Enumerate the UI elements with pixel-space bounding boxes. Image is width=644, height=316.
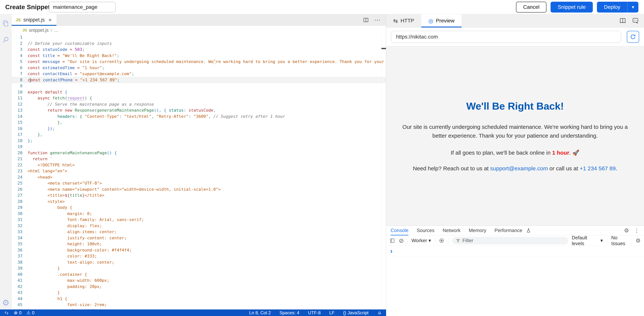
- line-number[interactable]: 8: [12, 77, 28, 83]
- discord-chat-icon[interactable]: [632, 17, 639, 25]
- line-number[interactable]: 30: [12, 211, 28, 217]
- url-input[interactable]: [391, 31, 621, 43]
- devtools-settings-gear-icon[interactable]: ⚙: [624, 227, 629, 234]
- code-line-28[interactable]: 28 <style>: [12, 199, 386, 205]
- code-line-43[interactable]: 43 }: [12, 290, 386, 296]
- devtools-kebab-menu-icon[interactable]: ⋮: [634, 227, 640, 234]
- devtools-tab-console[interactable]: Console: [390, 226, 408, 235]
- console-sidebar-toggle-icon[interactable]: [390, 238, 395, 243]
- code-line-39[interactable]: 39 }: [12, 265, 386, 271]
- breadcrumb-file[interactable]: snippet.js: [29, 28, 48, 33]
- line-number[interactable]: 15: [12, 120, 28, 126]
- code-line-12[interactable]: 12 // Serve the maintenance page as a re…: [12, 101, 386, 108]
- line-number[interactable]: 3: [12, 47, 28, 53]
- code-line-4[interactable]: 4const title = "We'll Be Right Back!";: [12, 53, 386, 59]
- line-number[interactable]: 37: [12, 253, 28, 259]
- console-filter[interactable]: [452, 237, 568, 244]
- breadcrumb-symbol[interactable]: …: [54, 28, 59, 33]
- line-number[interactable]: 7: [12, 71, 28, 77]
- warnings-indicator[interactable]: ⚠ 0: [26, 310, 34, 315]
- line-number[interactable]: 45: [12, 302, 28, 308]
- support-email-link[interactable]: support@example.com: [490, 165, 548, 171]
- code-line-33[interactable]: 33 align-items: center;: [12, 229, 386, 235]
- code-line-36[interactable]: 36 background-color: #f4f4f4;: [12, 247, 386, 253]
- line-number[interactable]: 12: [12, 101, 28, 108]
- code-line-5[interactable]: 5const message = "Our site is currently …: [12, 59, 386, 65]
- notifications-bell-icon[interactable]: [377, 310, 382, 315]
- code-line-35[interactable]: 35 height: 100vh;: [12, 241, 386, 247]
- line-number[interactable]: 38: [12, 259, 28, 265]
- code-line-34[interactable]: 34 justify-content: center;: [12, 235, 386, 241]
- code-line-7[interactable]: 7const contactEmail = "support@example.c…: [12, 71, 386, 77]
- settings-gear-icon[interactable]: ⚙: [0, 298, 12, 307]
- code-line-22[interactable]: 22 <!DOCTYPE html>: [12, 162, 386, 168]
- line-number[interactable]: 16: [12, 126, 28, 132]
- line-number[interactable]: 26: [12, 186, 28, 193]
- deploy-dropdown-button[interactable]: ▾: [628, 2, 638, 13]
- remote-indicator-icon[interactable]: [4, 310, 9, 315]
- clear-console-icon[interactable]: ⊘: [399, 237, 404, 244]
- tab-http[interactable]: ⇆ HTTP: [386, 14, 421, 27]
- line-number[interactable]: 42: [12, 284, 28, 290]
- line-number[interactable]: 35: [12, 241, 28, 247]
- code-line-14[interactable]: 14 headers: { "Content-Type": "text/html…: [12, 114, 386, 120]
- code-line-20[interactable]: 20function generateMaintenancePage() {: [12, 150, 386, 156]
- line-number[interactable]: 44: [12, 296, 28, 302]
- line-number[interactable]: 33: [12, 229, 28, 235]
- code-line-1[interactable]: 1: [12, 35, 386, 41]
- refresh-button[interactable]: [627, 31, 639, 43]
- line-number[interactable]: 31: [12, 217, 28, 223]
- code-line-45[interactable]: 45 font-size: 2rem;: [12, 302, 386, 308]
- line-number[interactable]: 34: [12, 235, 28, 241]
- line-number[interactable]: 6: [12, 65, 28, 71]
- line-number[interactable]: 2: [12, 41, 28, 47]
- encoding[interactable]: UTF-8: [308, 310, 321, 315]
- code-line-29[interactable]: 29 body {: [12, 205, 386, 211]
- code-line-37[interactable]: 37 color: #333;: [12, 253, 386, 259]
- line-number[interactable]: 14: [12, 114, 28, 120]
- code-editor[interactable]: 12// Define your customizable inputs3con…: [12, 35, 386, 309]
- line-number[interactable]: 21: [12, 156, 28, 162]
- execution-context-selector[interactable]: Worker ▾: [412, 238, 431, 243]
- code-line-10[interactable]: 10export default {: [12, 89, 386, 95]
- line-number[interactable]: 13: [12, 107, 28, 114]
- code-line-15[interactable]: 15 },: [12, 120, 386, 126]
- code-line-19[interactable]: 19: [12, 144, 386, 150]
- tab-preview[interactable]: ◎ Preview: [421, 14, 462, 27]
- language-mode[interactable]: {} JavaScript: [343, 310, 368, 315]
- code-line-13[interactable]: 13 return new Response(generateMaintenan…: [12, 107, 386, 114]
- line-number[interactable]: 9: [12, 83, 28, 89]
- files-icon[interactable]: [0, 20, 12, 27]
- search-icon[interactable]: [0, 36, 12, 44]
- code-line-2[interactable]: 2// Define your customizable inputs: [12, 41, 386, 47]
- code-line-27[interactable]: 27 <title>${title}</title>: [12, 192, 386, 199]
- code-line-16[interactable]: 16 });: [12, 126, 386, 132]
- devtools-tab-network[interactable]: Network: [443, 226, 460, 235]
- line-number[interactable]: 23: [12, 168, 28, 174]
- line-number[interactable]: 11: [12, 95, 28, 101]
- devtools-tab-sources[interactable]: Sources: [416, 226, 434, 235]
- code-line-32[interactable]: 32 display: flex;: [12, 223, 386, 229]
- line-number[interactable]: 20: [12, 150, 28, 156]
- deploy-button[interactable]: Deploy: [597, 2, 627, 13]
- eol-sequence[interactable]: LF: [329, 310, 334, 315]
- code-line-6[interactable]: 6const estimatedTime = "1 hour";: [12, 65, 386, 71]
- devtools-tab-memory[interactable]: Memory: [469, 226, 486, 235]
- code-line-8[interactable]: 8const contactPhone = "+1 234 567 89";: [12, 77, 386, 83]
- errors-indicator[interactable]: ⊗ 0: [14, 310, 22, 315]
- code-line-38[interactable]: 38 text-align: center;: [12, 259, 386, 265]
- code-line-26[interactable]: 26 <meta name="viewport" content="width=…: [12, 186, 386, 193]
- code-line-25[interactable]: 25 <meta charset="UTF-8">: [12, 180, 386, 186]
- log-levels-selector[interactable]: Default levels ▾: [572, 235, 603, 246]
- tab-snippet-js[interactable]: JS snippet.js ×: [12, 14, 56, 26]
- devtools-tab-performance[interactable]: Performance: [494, 226, 522, 235]
- line-number[interactable]: 43: [12, 290, 28, 296]
- filter-input[interactable]: [462, 238, 564, 243]
- line-number[interactable]: 1: [12, 35, 28, 41]
- code-line-41[interactable]: 41 max-width: 600px;: [12, 277, 386, 284]
- line-number[interactable]: 40: [12, 271, 28, 278]
- cancel-button[interactable]: Cancel: [516, 2, 546, 13]
- line-number[interactable]: 29: [12, 205, 28, 211]
- code-line-40[interactable]: 40 .container {: [12, 271, 386, 278]
- snippet-rule-button[interactable]: Snippet rule: [550, 2, 592, 13]
